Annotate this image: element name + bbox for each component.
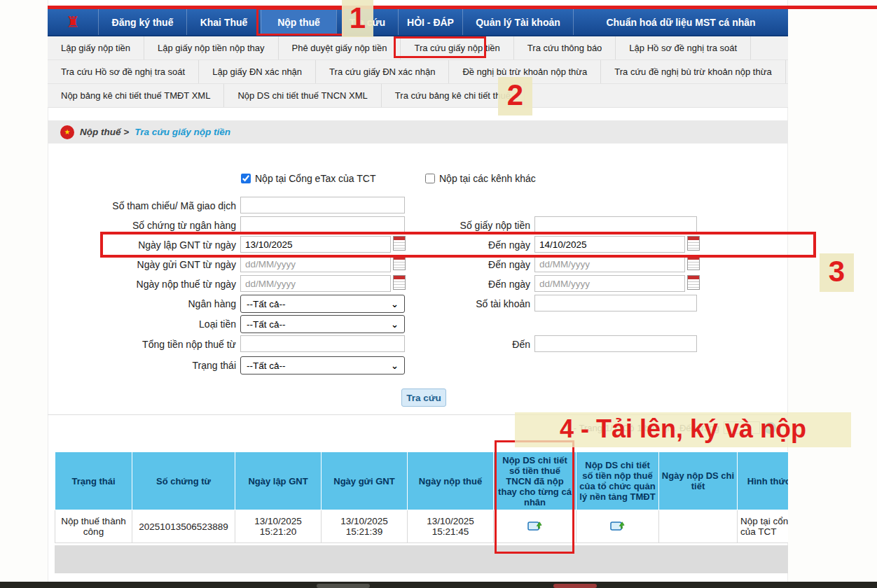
cell-paid: 13/10/2025 15:21:45 bbox=[408, 510, 494, 543]
status-label: Trạng thái bbox=[69, 356, 236, 374]
nav-khai-thue[interactable]: Khai Thuế bbox=[186, 9, 261, 35]
menu-lap-giay-nop-tien-nop-thay[interactable]: Lập giấy nộp tiền nộp thay bbox=[144, 36, 279, 59]
goto-page-icon[interactable]: ➜ bbox=[764, 422, 776, 434]
status-select-value: --Tất cả-- bbox=[247, 360, 391, 371]
annotation-number-3: 3 bbox=[820, 253, 854, 292]
menu-tra-cuu-bang-ke-chi-tiet[interactable]: Tra cứu bảng kê chi tiết thuế bbox=[382, 84, 525, 107]
menu-tra-cuu-de-nghi-bu-tru[interactable]: Tra cứu đề nghị bù trừ khoản nộp thừa bbox=[601, 60, 785, 83]
cell-channel: Nộp tại cổng của TCT bbox=[738, 510, 789, 543]
sent-from-input[interactable] bbox=[240, 255, 391, 272]
channel-checkbox-row: Nộp tại Cổng eTax của TCT Nộp tại các kê… bbox=[48, 173, 788, 188]
etax-channel-checkbox[interactable] bbox=[241, 174, 251, 183]
nav-label: Đăng ký thuế bbox=[112, 17, 174, 28]
nav-chuan-hoa-mst[interactable]: Chuẩn hoá dữ liệu MST cá nhân bbox=[573, 9, 788, 35]
nav-quan-ly-tai-khoan[interactable]: Quản lý Tài khoản bbox=[462, 9, 573, 35]
created-from-label: Ngày lập GNT từ ngày bbox=[69, 236, 236, 254]
nav-label: HỎI - ĐÁP bbox=[407, 17, 454, 28]
form-row-created-date: Ngày lập GNT từ ngày Đến ngày bbox=[48, 236, 788, 255]
account-input[interactable] bbox=[534, 295, 697, 312]
chevron-down-icon: ⌄ bbox=[391, 299, 399, 309]
calendar-icon[interactable] bbox=[687, 275, 700, 290]
top-navbar: ♜ Đăng ký thuế Khai Thuế Nộp thuế Tra cứ… bbox=[48, 9, 788, 36]
nav-label: Quản lý Tài khoản bbox=[476, 17, 560, 28]
calendar-icon[interactable] bbox=[687, 236, 700, 251]
home-icon: ♜ bbox=[66, 15, 80, 30]
taskbar-item[interactable] bbox=[553, 584, 597, 588]
nav-hoi-dap[interactable]: HỎI - ĐÁP bbox=[398, 9, 462, 35]
menu-lap-giay-dn-xac-nhan[interactable]: Lập giấy ĐN xác nhận bbox=[199, 60, 316, 83]
col-hinh-thuc: Hình thức bbox=[738, 452, 789, 510]
status-select[interactable]: --Tất cả--⌄ bbox=[240, 356, 405, 374]
menu-tra-cuu-ho-so-tra-soat[interactable]: Tra cứu Hồ sơ đề nghị tra soát bbox=[48, 60, 199, 83]
calendar-icon[interactable] bbox=[393, 236, 406, 251]
form-row-bank: Ngân hàng --Tất cả--⌄ Số tài khoản bbox=[48, 295, 788, 314]
submenu: Lập giấy nộp tiền Lập giấy nộp tiền nộp … bbox=[48, 36, 788, 108]
currency-label: Loại tiền bbox=[69, 315, 236, 333]
bank-select-value: --Tất cả-- bbox=[247, 299, 391, 309]
table-header-row: Trạng thái Số chứng từ Ngày lập GNT Ngày… bbox=[55, 452, 789, 510]
payment-slip-label: Số giấy nộp tiền bbox=[406, 216, 530, 234]
menu-nop-bang-ke-tmdt-xml[interactable]: Nộp bảng kê chi tiết thuế TMĐT XML bbox=[48, 84, 224, 107]
pagination-text: 1 - Trang 1/1. Có 1 bản ghi. Đến trang bbox=[566, 423, 719, 433]
currency-select-value: --Tất cả-- bbox=[247, 319, 391, 330]
bank-doc-input[interactable] bbox=[240, 216, 405, 233]
submenu-row-3: Nộp bảng kê chi tiết thuế TMĐT XML Nộp D… bbox=[48, 84, 788, 108]
calendar-icon[interactable] bbox=[687, 255, 700, 270]
menu-lap-ho-so-de-nghi-tra-soat[interactable]: Lập Hồ sơ đề nghị tra soát bbox=[616, 36, 751, 59]
sent-to-input[interactable] bbox=[534, 255, 685, 272]
account-label: Số tài khoản bbox=[406, 295, 530, 313]
form-row-currency: Loại tiền --Tất cả--⌄ bbox=[48, 315, 788, 335]
paid-from-input[interactable] bbox=[240, 275, 391, 292]
table-footer-band bbox=[55, 545, 788, 573]
paid-to-input[interactable] bbox=[534, 275, 685, 292]
amount-to-input[interactable] bbox=[534, 335, 697, 352]
checkbox-other-channel[interactable]: Nộp tại các kênh khác bbox=[425, 173, 536, 184]
created-from-input[interactable] bbox=[240, 236, 391, 253]
menu-tra-cuu-giay-dn-xac-nhan[interactable]: Tra cứu giấy ĐN xác nhận bbox=[316, 60, 449, 83]
menu-tra-cuu-thong-bao[interactable]: Tra cứu thông báo bbox=[514, 36, 616, 59]
col-trang-thai: Trạng thái bbox=[55, 452, 132, 510]
results-table: Trạng thái Số chứng từ Ngày lập GNT Ngày… bbox=[55, 451, 788, 543]
goto-page-input[interactable] bbox=[724, 421, 760, 434]
currency-select[interactable]: --Tất cả--⌄ bbox=[240, 315, 405, 333]
taskbar-item[interactable] bbox=[317, 584, 370, 588]
menu-de-nghi-bu-tru[interactable]: Đề nghị bù trừ khoản nộp thừa bbox=[449, 60, 601, 83]
nav-dang-ky-thue[interactable]: Đăng ký thuế bbox=[98, 9, 186, 35]
upload-icon[interactable] bbox=[527, 519, 543, 533]
col-nop-ds-tncn: Nộp DS chi tiết số tiền thuế TNCN đã nộp… bbox=[494, 452, 576, 510]
cell-upload-tncn bbox=[494, 510, 576, 543]
sent-from-label: Ngày gửi GNT từ ngày bbox=[69, 255, 236, 274]
created-to-input[interactable] bbox=[534, 236, 685, 253]
ref-input[interactable] bbox=[240, 197, 405, 214]
nav-label: Khai Thuế bbox=[200, 17, 248, 28]
menu-phe-duyet-giay-nop-tien[interactable]: Phê duyệt giấy nộp tiền bbox=[279, 36, 401, 59]
col-ngay-lap-gnt: Ngày lập GNT bbox=[235, 452, 322, 510]
taskbar bbox=[0, 582, 877, 588]
home-button[interactable]: ♜ bbox=[48, 9, 98, 35]
menu-tra-cuu-giay-nop-tien[interactable]: Tra cứu giấy nộp tiền bbox=[401, 36, 513, 59]
paid-to-label: Đến ngày bbox=[406, 275, 530, 293]
amount-from-input[interactable] bbox=[240, 335, 405, 352]
cell-upload-tmdt bbox=[576, 510, 659, 543]
calendar-icon[interactable] bbox=[393, 255, 406, 270]
nav-tra-cuu[interactable]: Tra cứu bbox=[336, 9, 398, 35]
other-channel-checkbox[interactable] bbox=[425, 174, 435, 183]
submenu-row-1: Lập giấy nộp tiền Lập giấy nộp tiền nộp … bbox=[48, 36, 788, 60]
form-row-amount: Tổng tiền nộp thuế từ Đến bbox=[48, 335, 788, 354]
calendar-icon[interactable] bbox=[393, 275, 406, 290]
paid-from-label: Ngày nộp thuế từ ngày bbox=[69, 275, 236, 293]
cell-ngay-nop-ds bbox=[659, 510, 738, 543]
menu-lap-giay-nop-tien[interactable]: Lập giấy nộp tiền bbox=[48, 36, 144, 59]
upload-icon[interactable] bbox=[610, 519, 626, 533]
col-so-chung-tu: Số chứng từ bbox=[132, 452, 235, 510]
payment-slip-input[interactable] bbox=[534, 216, 697, 233]
checkbox-etax-channel[interactable]: Nộp tại Cổng eTax của TCT bbox=[241, 173, 376, 184]
search-button[interactable]: Tra cứu bbox=[401, 388, 446, 407]
col-ngay-nop-ds: Ngày nộp DS chi tiết bbox=[659, 452, 738, 510]
menu-nop-ds-tncn-xml[interactable]: Nộp DS chi tiết thuế TNCN XML bbox=[224, 84, 381, 107]
nav-nop-thue[interactable]: Nộp thuế bbox=[261, 9, 336, 35]
bank-select[interactable]: --Tất cả--⌄ bbox=[240, 295, 405, 313]
chevron-down-icon: ⌄ bbox=[391, 319, 399, 330]
form-row-sent-date: Ngày gửi GNT từ ngày Đến ngày bbox=[48, 255, 788, 274]
breadcrumb: ★ Nộp thuế > Tra cứu giấy nộp tiền bbox=[48, 120, 788, 144]
